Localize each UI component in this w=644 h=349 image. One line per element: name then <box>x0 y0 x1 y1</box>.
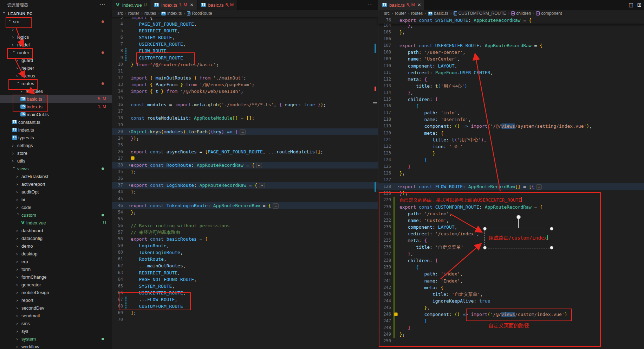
close-icon[interactable]: ✕ <box>417 2 421 7</box>
code-line-12: 12import { mainOutRoutes } from './mainO… <box>112 75 378 81</box>
editor-more-actions-icon[interactable]: ⋯ <box>367 2 373 8</box>
tree-item-bi[interactable]: ›bi <box>0 196 112 203</box>
tree-item-generator[interactable]: ›generator <box>0 281 112 288</box>
fold-chevron-icon[interactable]: › <box>129 182 130 189</box>
chevron-right-icon: › <box>16 236 20 241</box>
code-line-126: 126}; <box>378 170 644 177</box>
code-line-238: 238 children: [ <box>378 257 644 264</box>
tree-item-guard[interactable]: ›guard <box>0 56 112 64</box>
tree-item-sms[interactable]: ›sms <box>0 319 112 327</box>
tree-item-settings[interactable]: ›settings <box>0 141 112 149</box>
breadcrumb-item-index.ts[interactable]: TSindex.ts <box>161 11 182 16</box>
project-root-item[interactable]: › LEARUN PC <box>0 10 112 18</box>
tree-item-workflow[interactable]: ›workflow <box>0 343 112 349</box>
tree-item-dataconfig[interactable]: ›dataconfig <box>0 234 112 242</box>
tree-item-secondDev[interactable]: ›secondDev <box>0 304 112 312</box>
breadcrumb-item-routes[interactable]: routes <box>411 11 423 16</box>
code-line-232: 232 name: 'Custom', <box>378 217 644 224</box>
fold-chevron-icon[interactable]: › <box>129 202 130 209</box>
close-icon[interactable]: ✕ <box>190 2 193 7</box>
tree-item-actHiTaskinst[interactable]: ›actHiTaskinst <box>0 172 112 180</box>
tree-item-router[interactable]: ›router <box>0 49 112 56</box>
folded-code-ellipsis[interactable]: ⋯ <box>273 203 279 209</box>
tree-item-views[interactable]: ›views <box>0 165 112 172</box>
tree-item-routes[interactable]: ›routes <box>0 80 112 87</box>
split-editor-icon[interactable]: ◫ <box>629 2 633 8</box>
tree-item-formChange[interactable]: ›formChange <box>0 273 112 281</box>
tree-item-store[interactable]: ›store <box>0 149 112 157</box>
tree-item-constant.ts[interactable]: TSconstant.ts <box>0 118 112 126</box>
tree-item-index.vue[interactable]: Vindex.vueU <box>0 219 112 227</box>
breadcrumb-item-router[interactable]: router <box>128 11 139 16</box>
folded-code-ellipsis[interactable]: ⋯ <box>259 183 265 188</box>
gutter-added-bar <box>393 264 395 271</box>
tree-item-mainOut.ts[interactable]: TSmainOut.ts <box>0 110 112 118</box>
breadcrumb-item-src[interactable]: src <box>384 11 390 16</box>
code-line-18: 18const routeModuleList: AppRouteModule[… <box>112 115 378 121</box>
tree-item-activereport[interactable]: ›activereport <box>0 180 112 188</box>
tree-item-basic.ts[interactable]: TSbasic.ts5, M <box>0 95 112 103</box>
tab-basic.ts[interactable]: TSbasic.ts5, M <box>197 0 238 10</box>
tree-item-index.ts[interactable]: TSindex.ts1, M <box>0 103 112 110</box>
tree-item-form[interactable]: ›form <box>0 265 112 273</box>
lightbulb-icon[interactable] <box>394 312 398 316</box>
tree-item-modules[interactable]: ›modules <box>0 87 112 95</box>
breadcrumb-item-basic.ts[interactable]: TSbasic.ts <box>428 11 448 16</box>
tree-item-desktop[interactable]: ›desktop <box>0 250 112 258</box>
tree-item-index.ts[interactable]: TSindex.ts <box>0 126 112 134</box>
tree-item-helper[interactable]: ›helper <box>0 64 112 72</box>
tree-item-code[interactable]: ›code <box>0 203 112 211</box>
tree-item-hidden[interactable]: › <box>0 25 112 33</box>
tree-item-sys[interactable]: ›sys <box>0 327 112 335</box>
fold-chevron-icon[interactable]: › <box>397 183 399 190</box>
tab-index.ts[interactable]: TSindex.ts1, M✕ <box>150 0 197 10</box>
code-editor-basic-ts[interactable]: 104 },105};106107export const USERCENTER… <box>378 22 644 349</box>
tree-item-menus[interactable]: ›menus <box>0 72 112 80</box>
tree-item-report[interactable]: ›report <box>0 296 112 304</box>
breadcrumb-item-RootRoute[interactable]: @RootRoute <box>187 11 212 16</box>
tree-item-src[interactable]: ›src <box>0 18 112 25</box>
tree-item-model[interactable]: ›model <box>0 41 112 49</box>
tree-item-auditOpt[interactable]: ›auditOpt <box>0 188 112 196</box>
tree-item-custom[interactable]: ›custom <box>0 211 112 219</box>
code-line-117: 117 path: 'info', <box>378 109 644 116</box>
tree-item-logics[interactable]: ›logics <box>0 33 112 41</box>
breadcrumb-item-router[interactable]: router <box>395 11 406 16</box>
breadcrumb-item-component[interactable]: ◇component <box>536 11 562 16</box>
breadcrumb-item-src[interactable]: src <box>117 11 123 16</box>
fold-chevron-icon[interactable]: › <box>129 128 130 135</box>
tree-item-demo[interactable]: ›demo <box>0 242 112 250</box>
code-line-235: 235 meta: { <box>378 237 644 244</box>
folded-code-ellipsis[interactable]: ⋯ <box>536 184 542 190</box>
code-editor-index-ts[interactable]: 3import {4 PAGE_NOT_FOUND_ROUTE,5 REDIRE… <box>112 14 378 349</box>
gutter-added-bar <box>393 324 395 331</box>
chevron-right-icon: › <box>16 329 20 334</box>
folded-code-ellipsis[interactable]: ⋯ <box>256 163 262 168</box>
gutter-added-bar <box>393 331 395 338</box>
tree-item-utils[interactable]: ›utils <box>0 157 112 165</box>
tree-item-label: report <box>21 298 33 303</box>
breadcrumb-item-routes[interactable]: routes <box>144 11 156 16</box>
tree-item-mobileDesign[interactable]: ›mobileDesign <box>0 288 112 296</box>
tree-item-dashboard[interactable]: ›dashboard <box>0 227 112 234</box>
tree-item-types.ts[interactable]: TStypes.ts <box>0 134 112 141</box>
tree-item-erp[interactable]: ›erp <box>0 258 112 265</box>
editor-layout-icon[interactable]: ⊞ <box>637 2 642 8</box>
sticky-scroll-line[interactable]: 76export const SYSTEM_ROUTE: AppRouteRec… <box>378 17 644 24</box>
tree-item-label: model <box>17 42 30 47</box>
tree-item-label: sys <box>21 329 28 334</box>
tab-index.vue[interactable]: Vindex.vueU <box>112 0 150 10</box>
tree-item-system[interactable]: ›system <box>0 335 112 343</box>
code-line-24: 24}); <box>112 135 378 142</box>
overview-ruler[interactable] <box>373 17 377 349</box>
fold-chevron-icon[interactable]: › <box>129 162 130 169</box>
tab-basic.ts[interactable]: TSbasic.ts5, M✕ <box>378 0 425 10</box>
breadcrumb-separator: › <box>450 11 452 16</box>
folded-code-ellipsis[interactable]: ⋯ <box>240 129 246 135</box>
breadcrumb-item-children[interactable]: ◈children <box>511 11 531 16</box>
lightbulb-icon[interactable] <box>131 156 135 160</box>
file-tree[interactable]: ›src› ›logics›model›router›guard›helper›… <box>0 18 112 349</box>
breadcrumb-item-CUSTOMFORM_ROUTE[interactable]: @CUSTOMFORM_ROUTE <box>454 11 506 16</box>
tree-item-sendmail[interactable]: ›sendmail <box>0 312 112 319</box>
explorer-more-actions-icon[interactable]: ⋯ <box>100 1 105 8</box>
